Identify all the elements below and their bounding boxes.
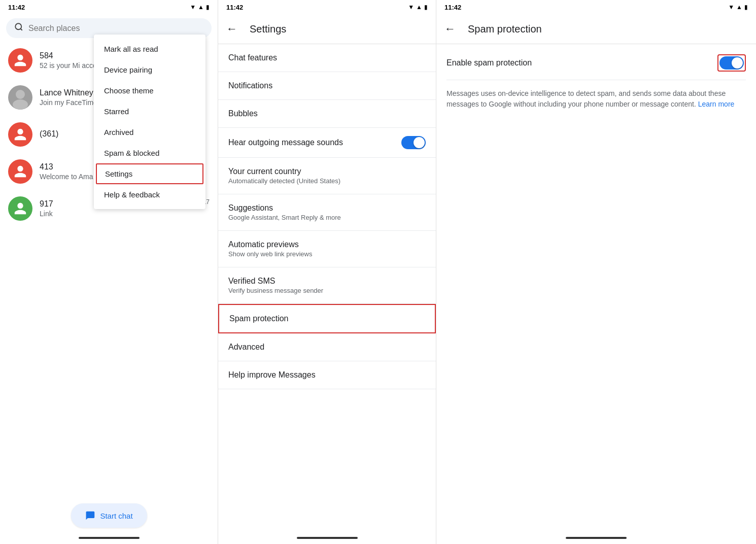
svg-point-0 (15, 23, 21, 29)
settings-list: Chat features Notifications Bubbles Hear… (218, 44, 436, 532)
start-chat-button[interactable]: Start chat (71, 503, 147, 528)
dropdown-item-spam-blocked[interactable]: Spam & blocked (94, 143, 205, 163)
settings-item-sounds[interactable]: Hear outgoing message sounds (218, 128, 436, 158)
toggle-knob (414, 137, 425, 148)
learn-more-link[interactable]: Learn more (698, 100, 735, 108)
home-bar (566, 537, 627, 539)
spam-content: Enable spam protection Messages uses on-… (436, 44, 756, 120)
status-icons-2: ▼ ▲ ▮ (408, 4, 428, 11)
status-icons-1: ▼ ▲ ▮ (190, 4, 210, 11)
settings-item-spam[interactable]: Spam protection (218, 304, 436, 333)
dropdown-item-settings[interactable]: Settings (96, 163, 203, 184)
status-icons-3: ▼ ▲ ▮ (728, 4, 748, 11)
battery-icon: ▮ (206, 4, 210, 11)
settings-item-chat-features[interactable]: Chat features (218, 44, 436, 72)
messages-panel: 11:42 ▼ ▲ ▮ 584 52 is your Mi account ve… (0, 0, 218, 544)
status-bar-1: 11:42 ▼ ▲ ▮ (0, 0, 218, 14)
settings-item-title: Advanced (228, 343, 426, 352)
settings-item-subtitle: Show only web link previews (228, 250, 426, 258)
wifi-icon: ▼ (408, 4, 414, 11)
settings-item-notifications[interactable]: Notifications (218, 72, 436, 100)
settings-item-help[interactable]: Help improve Messages (218, 361, 436, 389)
spam-header: ← Spam protection (436, 14, 756, 44)
time-1: 11:42 (8, 4, 25, 11)
svg-point-4 (13, 99, 28, 110)
home-bar (297, 537, 358, 539)
dropdown-menu: Mark all as read Device pairing Choose t… (94, 35, 205, 209)
home-indicator-1 (0, 532, 218, 544)
spam-protection-panel: 11:42 ▼ ▲ ▮ ← Spam protection Enable spa… (436, 0, 756, 544)
settings-item-subtitle: Verify business message sender (228, 287, 426, 294)
settings-item-title: Hear outgoing message sounds (228, 138, 343, 147)
avatar (8, 196, 32, 221)
chat-icon (85, 511, 95, 521)
svg-line-1 (20, 28, 22, 30)
settings-item-title: Your current country (228, 167, 426, 176)
time-3: 11:42 (444, 4, 461, 11)
settings-header: ← Settings (218, 14, 436, 44)
settings-item-title: Notifications (228, 81, 426, 90)
toggle-knob (732, 57, 743, 69)
settings-item-country[interactable]: Your current country Automatically detec… (218, 158, 436, 194)
settings-row-text: Hear outgoing message sounds (228, 138, 343, 147)
status-bar-2: 11:42 ▼ ▲ ▮ (218, 0, 436, 14)
spam-title: Spam protection (468, 23, 542, 35)
settings-item-subtitle: Automatically detected (United States) (228, 177, 426, 185)
spam-toggle[interactable] (719, 56, 744, 70)
time-2: 11:42 (226, 4, 243, 11)
settings-item-title: Automatic previews (228, 240, 426, 249)
settings-item-title: Bubbles (228, 109, 426, 118)
settings-item-title: Help improve Messages (228, 370, 426, 380)
home-bar (79, 537, 140, 539)
start-chat-label: Start chat (100, 512, 132, 520)
settings-panel: 11:42 ▼ ▲ ▮ ← Settings Chat features Not… (218, 0, 436, 544)
avatar (8, 159, 32, 184)
svg-point-3 (16, 90, 25, 99)
settings-item-title: Verified SMS (228, 277, 426, 286)
spam-back-button[interactable]: ← (444, 22, 456, 36)
dropdown-item-archived[interactable]: Archived (94, 122, 205, 143)
settings-item-suggestions[interactable]: Suggestions Google Assistant, Smart Repl… (218, 194, 436, 231)
settings-item-title: Spam protection (229, 314, 425, 323)
wifi-icon: ▼ (728, 4, 734, 11)
search-icon (14, 22, 23, 34)
dropdown-item-mark-all[interactable]: Mark all as read (94, 39, 205, 59)
spam-enable-row: Enable spam protection (446, 54, 746, 80)
dropdown-item-starred[interactable]: Starred (94, 101, 205, 122)
avatar (8, 85, 32, 110)
home-indicator-2 (218, 532, 436, 544)
sounds-toggle[interactable] (401, 136, 426, 149)
settings-item-advanced[interactable]: Advanced (218, 333, 436, 361)
message-preview: Link (40, 210, 183, 218)
settings-item-title: Suggestions (228, 203, 426, 213)
signal-icon: ▲ (416, 4, 422, 11)
signal-icon: ▲ (198, 4, 204, 11)
settings-item-bubbles[interactable]: Bubbles (218, 100, 436, 128)
wifi-icon: ▼ (190, 4, 196, 11)
settings-item-subtitle: Google Assistant, Smart Reply & more (228, 214, 426, 221)
spam-desc-text: Messages uses on-device intelligence to … (446, 89, 726, 108)
home-indicator-3 (436, 532, 756, 544)
dropdown-item-help[interactable]: Help & feedback (94, 184, 205, 205)
spam-enable-label: Enable spam protection (446, 58, 532, 67)
spam-toggle-highlight (717, 54, 746, 72)
settings-item-title: Chat features (228, 53, 426, 62)
status-bar-3: 11:42 ▼ ▲ ▮ (436, 0, 756, 14)
search-input[interactable] (28, 24, 203, 33)
dropdown-item-choose-theme[interactable]: Choose theme (94, 80, 205, 101)
avatar (8, 48, 32, 73)
battery-icon: ▮ (744, 4, 748, 11)
settings-title: Settings (250, 23, 286, 35)
dropdown-item-device-pairing[interactable]: Device pairing (94, 59, 205, 80)
avatar (8, 122, 32, 147)
spam-description: Messages uses on-device intelligence to … (446, 88, 746, 110)
signal-icon: ▲ (736, 4, 742, 11)
settings-item-previews[interactable]: Automatic previews Show only web link pr… (218, 231, 436, 267)
settings-item-verified-sms[interactable]: Verified SMS Verify business message sen… (218, 267, 436, 304)
battery-icon: ▮ (424, 4, 428, 11)
back-button[interactable]: ← (226, 22, 237, 36)
